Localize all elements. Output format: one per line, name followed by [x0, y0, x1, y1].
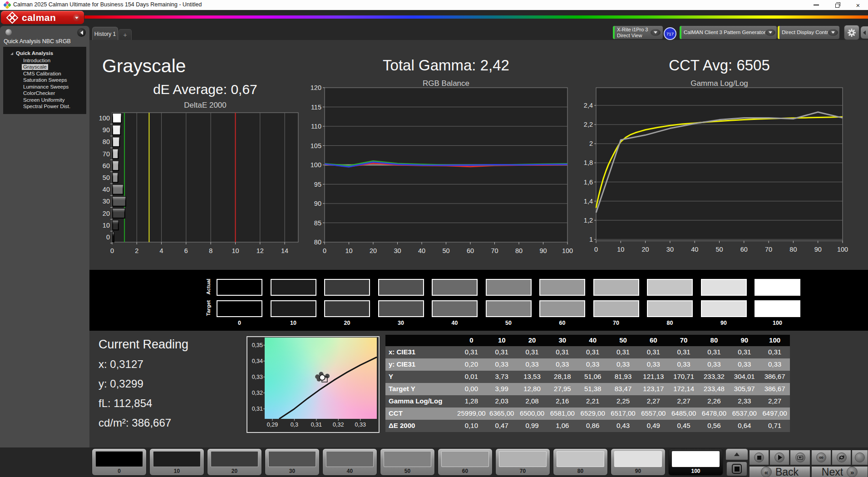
tree-root-quick-analysis[interactable]: Quick Analysis [16, 50, 53, 56]
meter-reading-badge[interactable]: 717 [664, 27, 676, 40]
table-cell: 2,21 [577, 397, 608, 405]
patch-swatch [268, 451, 316, 467]
svg-text:80: 80 [314, 238, 321, 246]
table-cell: 0,33 [608, 360, 638, 368]
table-row: Y0,013,7313,5328,1851,0681,93121,13170,7… [385, 371, 790, 383]
pattern-patch-90[interactable]: 90 [611, 448, 666, 476]
meter-selector[interactable]: X-Rite i1Pro 3Direct View [613, 26, 663, 39]
continuous-read-button[interactable]: ∞ [811, 450, 831, 465]
table-cell: 51,38 [577, 385, 608, 393]
strip-swatch-actual-70 [593, 279, 639, 296]
svg-text:100: 100 [311, 161, 321, 169]
next-button[interactable]: Next» [811, 466, 868, 477]
pattern-patch-20[interactable]: 20 [207, 448, 262, 476]
svg-text:0,33: 0,33 [252, 374, 263, 380]
table-cell: 305,97 [729, 385, 760, 393]
svg-text:0,32: 0,32 [333, 422, 344, 428]
tree-item-luminance-sweeps[interactable]: Luminance Sweeps [23, 84, 69, 90]
stop-button[interactable] [749, 450, 769, 465]
svg-text:50: 50 [715, 246, 723, 253]
tree-item-colorchecker[interactable]: ColorChecker [23, 90, 55, 96]
svg-text:70: 70 [103, 150, 110, 158]
tab-history-1[interactable]: History 1 [92, 27, 118, 40]
tree-item-screen-uniformity[interactable]: Screen Uniformity [23, 97, 64, 103]
calman-menu-button[interactable]: calman [1, 11, 84, 24]
minimize-button[interactable] [808, 0, 824, 10]
table-cell: 0,49 [638, 422, 669, 429]
strip-swatch-target-20 [324, 300, 370, 317]
strip-swatch-actual-100 [755, 279, 800, 296]
svg-text:100: 100 [99, 114, 110, 122]
table-cell: 0,31 [638, 348, 669, 356]
svg-text:2,4: 2,4 [584, 102, 593, 109]
pattern-patch-0[interactable]: 0 [92, 448, 147, 476]
pattern-window-toggle-button[interactable] [726, 462, 747, 476]
patch-swatch [153, 451, 201, 467]
table-cell: 0,43 [608, 422, 638, 429]
svg-text:1,8: 1,8 [584, 159, 593, 166]
tree-item-grayscale[interactable]: Grayscale [22, 64, 48, 70]
display-dropdown-arrow[interactable] [828, 29, 838, 36]
tree-item-saturation-sweeps[interactable]: Saturation Sweeps [23, 77, 67, 83]
tree-item-introduction[interactable]: Introduction [23, 58, 50, 64]
pattern-patch-40[interactable]: 40 [322, 448, 377, 476]
refresh-button[interactable] [832, 450, 851, 465]
svg-text:80: 80 [789, 246, 797, 253]
pattern-patch-100[interactable]: 100 [668, 448, 723, 476]
tree-expander-icon[interactable] [10, 52, 13, 55]
pattern-source-selector[interactable]: CalMAN Client 3 Pattern Generator [680, 26, 777, 39]
table-cell: 123,17 [638, 385, 669, 393]
table-cell: 2,27 [638, 397, 669, 405]
pattern-patch-80[interactable]: 80 [553, 448, 608, 476]
extra-button[interactable] [852, 450, 868, 465]
display-control-selector[interactable]: Direct Display Control [778, 26, 839, 39]
sidebar-collapse-button[interactable] [77, 28, 86, 37]
pattern-panel-up-button[interactable] [725, 448, 748, 460]
panel-collapse-button[interactable] [861, 26, 868, 39]
pattern-patch-60[interactable]: 60 [438, 448, 493, 476]
patch-swatch [499, 451, 547, 467]
table-cell: 0,31 [577, 348, 608, 356]
svg-text:100: 100 [837, 246, 848, 253]
tree-item-cms-calibration[interactable]: CMS Calibration [23, 71, 61, 77]
calman-logo-icon [5, 12, 19, 24]
table-cell: 0,31 [456, 348, 487, 356]
sidebar-pin-button[interactable] [5, 29, 12, 35]
tree-item-spectral-power-dist-[interactable]: Spectral Power Dist. [23, 104, 70, 109]
pattern-patch-70[interactable]: 70 [495, 448, 550, 476]
strip-level-label: 30 [378, 320, 424, 326]
meter-status-stripe [613, 26, 615, 39]
pattern-patch-10[interactable]: 10 [149, 448, 204, 476]
strip-level-label: 0 [217, 320, 262, 326]
pattern-patch-50[interactable]: 50 [380, 448, 435, 476]
svg-text:90: 90 [103, 126, 110, 134]
table-cell: 0,45 [669, 422, 699, 429]
restore-button[interactable] [829, 0, 845, 10]
pattern-window-button[interactable] [790, 450, 810, 465]
window-title: Calman 2025 Calman Ultimate for Business… [13, 1, 202, 8]
table-cell: 81,93 [608, 373, 638, 380]
strip-swatch-actual-30 [378, 279, 424, 296]
meter-dropdown-arrow[interactable] [651, 29, 661, 36]
settings-gear-button[interactable] [844, 25, 859, 40]
play-button[interactable] [769, 450, 789, 465]
patch-label: 70 [496, 468, 550, 474]
pattern-dropdown-arrow[interactable] [765, 29, 775, 36]
table-cell: 3,73 [487, 373, 517, 380]
cie-chromaticity-panel: 0,350,340,330,320,310,290,30,310,320,33 [247, 336, 380, 433]
svg-text:90: 90 [314, 200, 321, 207]
back-button[interactable]: «Back [749, 466, 810, 477]
strip-swatch-actual-10 [271, 279, 316, 296]
table-cell: 1,28 [456, 397, 487, 405]
table-cell: 0,33 [760, 360, 790, 368]
strip-swatch-actual-80 [647, 279, 693, 296]
close-button[interactable]: × [850, 0, 866, 10]
svg-text:1,4: 1,4 [584, 198, 593, 205]
logo-dropdown-arrow[interactable] [73, 14, 80, 21]
table-cell: 0,33 [669, 360, 699, 368]
table-col-header: 70 [669, 336, 699, 344]
table-col-header: 50 [608, 336, 638, 344]
svg-text:0: 0 [110, 247, 114, 254]
tab-add-button[interactable]: + [118, 29, 132, 40]
pattern-patch-30[interactable]: 30 [265, 448, 320, 476]
